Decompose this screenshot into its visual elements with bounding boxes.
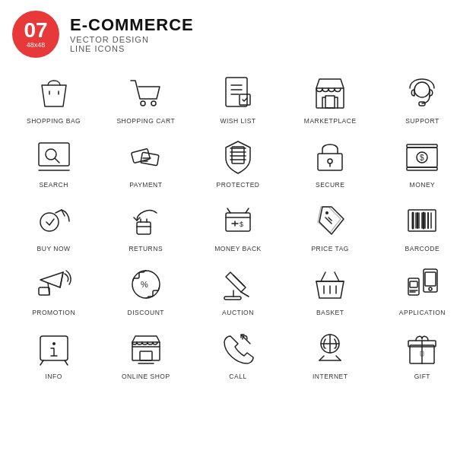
icon-promotion: PROMOTION: [8, 259, 100, 319]
promotion-label: PROMOTION: [32, 309, 75, 316]
online-shop-label: ONLINE SHOP: [122, 373, 170, 380]
icon-price-tag: PRICE TAG: [284, 195, 376, 255]
auction-icon: [217, 263, 259, 306]
wish-list-label: WISH LIST: [220, 117, 255, 125]
call-label: CALL: [229, 373, 246, 380]
svg-point-6: [414, 82, 430, 97]
basket-label: BASKET: [316, 309, 344, 316]
icon-discount: % DISCOUNT: [100, 259, 192, 319]
icon-internet: INTERNET: [284, 322, 376, 383]
badge: 07 48x48: [12, 11, 59, 58]
icon-returns: RETURNS: [100, 195, 192, 255]
icon-payment: PAYMENT: [100, 131, 192, 192]
basket-icon: [309, 263, 351, 306]
svg-rect-38: [140, 351, 152, 360]
buy-now-label: BUY NOW: [37, 245, 71, 252]
icon-search: SEARCH: [8, 131, 100, 192]
marketplace-label: MARKETPLACE: [304, 117, 357, 125]
svg-rect-13: [318, 154, 342, 170]
header-text: E-COMMERCE VECTOR DESIGN LINE ICONS: [70, 15, 194, 53]
shopping-cart-icon: [125, 71, 167, 114]
icon-money: $ MONEY: [376, 131, 468, 192]
svg-rect-8: [39, 143, 69, 166]
shopping-bag-icon: [33, 71, 75, 114]
promotion-icon: [33, 263, 75, 306]
svg-point-1: [151, 101, 156, 106]
info-label: INFO: [45, 373, 62, 380]
money-back-icon: $: [217, 199, 259, 242]
payment-icon: [125, 135, 167, 178]
shopping-bag-label: SHOPPING BAG: [27, 117, 81, 125]
online-shop-icon: [125, 327, 167, 370]
header-subtitle: VECTOR DESIGN: [70, 35, 194, 44]
svg-point-14: [328, 159, 332, 163]
secure-icon: [309, 135, 351, 178]
money-icon: $: [401, 135, 443, 178]
svg-rect-31: [425, 272, 436, 286]
barcode-icon: [401, 199, 443, 242]
svg-rect-16: [407, 144, 437, 148]
icon-call: CALL: [192, 322, 284, 383]
svg-point-0: [141, 101, 145, 106]
payment-label: PAYMENT: [129, 181, 162, 189]
search-icon: [33, 135, 75, 178]
icon-gift: GIFT: [376, 322, 468, 383]
internet-icon: [309, 327, 351, 370]
header-subtitle2: LINE ICONS: [70, 44, 194, 53]
price-tag-label: PRICE TAG: [311, 245, 349, 252]
svg-rect-29: [224, 297, 241, 300]
icon-wish-list: WISH LIST: [192, 67, 284, 128]
svg-rect-17: [407, 167, 437, 170]
protected-icon: [217, 135, 259, 178]
svg-text:%: %: [141, 280, 148, 289]
svg-text:$: $: [420, 154, 424, 162]
icon-marketplace: MARKETPLACE: [284, 67, 376, 128]
page-header: 07 48x48 E-COMMERCE VECTOR DESIGN LINE I…: [0, 0, 476, 64]
svg-point-24: [325, 211, 328, 214]
call-icon: [217, 327, 259, 370]
icon-shopping-bag: SHOPPING BAG: [8, 67, 100, 128]
marketplace-icon: [309, 71, 351, 114]
discount-icon: %: [125, 263, 167, 306]
svg-point-20: [40, 213, 59, 231]
search-label: SEARCH: [39, 181, 68, 189]
icon-support: SUPPORT: [376, 67, 468, 128]
icon-basket: BASKET: [284, 259, 376, 319]
svg-rect-26: [39, 287, 49, 295]
icon-protected: PROTECTED: [192, 131, 284, 192]
badge-number: 07: [24, 20, 47, 41]
returns-label: RETURNS: [129, 245, 163, 252]
svg-rect-12: [232, 147, 244, 163]
icon-shopping-cart: SHOPPING CART: [100, 67, 192, 128]
svg-rect-21: [137, 222, 151, 234]
info-icon: [33, 327, 75, 370]
protected-label: PROTECTED: [217, 181, 260, 189]
support-label: SUPPORT: [405, 117, 439, 125]
svg-point-32: [429, 287, 432, 290]
barcode-label: BARCODE: [405, 245, 440, 252]
discount-label: DISCOUNT: [128, 309, 164, 316]
svg-rect-5: [325, 96, 335, 108]
icon-info: INFO: [8, 322, 100, 383]
svg-text:$: $: [240, 221, 243, 228]
internet-label: INTERNET: [313, 373, 348, 380]
badge-size: 48x48: [27, 41, 46, 49]
icon-online-shop: ONLINE SHOP: [100, 322, 192, 383]
application-label: APPLICATION: [399, 309, 446, 316]
buy-now-icon: [33, 199, 75, 242]
money-label: MONEY: [410, 181, 436, 189]
returns-icon: [125, 199, 167, 242]
secure-label: SECURE: [316, 181, 344, 189]
icon-auction: AUCTION: [192, 259, 284, 319]
auction-label: AUCTION: [222, 309, 254, 316]
price-tag-icon: [309, 199, 351, 242]
header-title: E-COMMERCE: [70, 15, 194, 35]
wish-list-icon: [217, 71, 259, 114]
icon-money-back: $ MONEY BACK: [192, 195, 284, 255]
money-back-label: MONEY BACK: [214, 245, 262, 252]
support-icon: [401, 71, 443, 114]
svg-rect-22: [226, 213, 250, 231]
gift-icon: [401, 327, 443, 370]
icons-grid: SHOPPING BAG SHOPPING CART WISH LIST: [0, 64, 476, 383]
shopping-cart-label: SHOPPING CART: [116, 117, 175, 125]
